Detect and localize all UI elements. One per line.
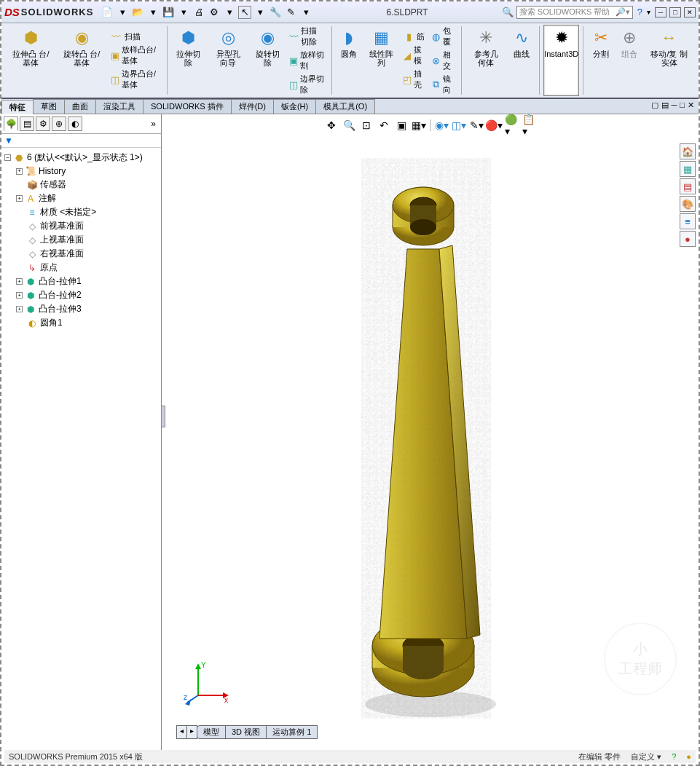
tree-item[interactable]: +⬢凸台-拉伸3 <box>3 302 160 316</box>
tab-surface[interactable]: 曲面 <box>64 99 96 114</box>
boundary-button[interactable]: ◫边界凸台/基体 <box>108 68 163 91</box>
dropdown-icon[interactable]: ▾ <box>146 6 160 19</box>
dropdown-icon[interactable]: ▾ <box>223 6 236 19</box>
zoom-area-icon[interactable]: ⊡ <box>360 119 373 132</box>
dropdown-icon[interactable]: ▾ <box>647 8 650 16</box>
tab-features[interactable]: 特征 <box>1 100 34 114</box>
minimize-button[interactable]: ─ <box>655 7 666 17</box>
mirror-button[interactable]: ⧉镜向 <box>429 73 457 96</box>
dropdown-icon[interactable]: ▾ <box>253 6 267 19</box>
view-palette-icon[interactable]: 🎨 <box>680 196 696 212</box>
dropdown-icon[interactable]: ▾ <box>299 6 312 19</box>
save-icon[interactable]: 💾 <box>162 6 175 19</box>
shell-button[interactable]: ◰抽壳 <box>400 68 428 91</box>
tab-render[interactable]: 渲染工具 <box>95 99 143 114</box>
scene-icon[interactable]: 🟢▾ <box>505 119 518 132</box>
tree-item[interactable]: ◇前视基准面 <box>3 219 160 233</box>
tab-mold[interactable]: 模具工具(O) <box>315 99 375 114</box>
extrude-boss-button[interactable]: ⬢拉伸凸 台/基体 <box>6 25 56 96</box>
panel-collapse-icon[interactable]: » <box>151 119 156 129</box>
tab-sheetmetal[interactable]: 钣金(H) <box>273 99 316 114</box>
tree-item[interactable]: +📜History <box>3 165 160 178</box>
viewport-multi-icon[interactable]: ▤ <box>661 100 669 112</box>
expand-icon[interactable]: + <box>16 292 23 299</box>
status-rebuild-icon[interactable]: ● <box>686 752 691 761</box>
instant3d-button[interactable]: ✹Instant3D <box>543 25 579 96</box>
doc-minimize-button[interactable]: ─ <box>672 100 677 112</box>
orient-icon[interactable]: ✥ <box>325 119 338 132</box>
design-library-icon[interactable]: ▦ <box>680 161 696 177</box>
print-icon[interactable]: 🖨 <box>192 6 205 19</box>
dropdown-icon[interactable]: ▾ <box>177 6 190 19</box>
view-settings-icon[interactable]: 📋▾ <box>522 119 535 132</box>
boundary-cut-button[interactable]: ◫边界切除 <box>286 73 327 96</box>
edit-appearance-icon[interactable]: ✎▾ <box>470 119 483 132</box>
search-input[interactable]: 搜索 SOLIDWORKS 帮助🔎▾ <box>516 6 633 19</box>
expand-icon[interactable]: + <box>16 278 23 285</box>
expand-icon[interactable]: + <box>16 195 23 202</box>
tree-item[interactable]: ◇上视基准面 <box>3 233 160 247</box>
3dview-tab[interactable]: 3D 视图 <box>225 725 267 739</box>
extrude-cut-button[interactable]: ⬢拉伸切 除 <box>170 25 206 96</box>
expand-icon[interactable]: + <box>16 306 23 312</box>
status-custom[interactable]: 自定义 ▾ <box>631 751 661 762</box>
curves-button[interactable]: ∿曲线 <box>508 25 535 96</box>
filter-icon[interactable]: ▼ <box>1 134 161 148</box>
status-help-icon[interactable]: ? <box>672 752 676 761</box>
tree-item[interactable]: +⬢凸台-拉伸1 <box>3 275 160 288</box>
prev-view-icon[interactable]: ↶ <box>377 119 390 132</box>
motion-study-tab[interactable]: 运动算例 1 <box>266 725 318 739</box>
zoom-fit-icon[interactable]: 🔍 <box>342 119 355 132</box>
split-button[interactable]: ✂分割 <box>587 25 615 96</box>
intersect-button[interactable]: ⊗相交 <box>429 49 457 72</box>
graphics-viewport[interactable]: ✥ 🔍 ⊡ ↶ ▣ ▦▾ ◉▾ ◫▾ ✎▾ 🔴▾ 🟢▾ 📋▾ 🏠 ▦ ▤ 🎨 ≡… <box>162 114 699 754</box>
revolve-boss-button[interactable]: ◉旋转凸 台/基体 <box>57 25 107 96</box>
loft-cut-button[interactable]: ▣放样切割 <box>286 49 327 72</box>
tab-weldments[interactable]: 焊件(D) <box>231 99 274 114</box>
new-doc-icon[interactable]: 📄 <box>101 6 114 19</box>
dropdown-icon[interactable]: ▾ <box>116 6 129 19</box>
appearances-icon[interactable]: ≡ <box>680 213 696 229</box>
tab-addins[interactable]: SOLIDWORKS 插件 <box>143 99 232 114</box>
section-icon[interactable]: ▣ <box>395 119 408 132</box>
tree-item[interactable]: +A注解 <box>3 192 160 205</box>
file-explorer-icon[interactable]: ▤ <box>680 178 696 194</box>
doc-maximize-button[interactable]: □ <box>680 100 685 112</box>
sketch-icon[interactable]: ✎ <box>284 6 297 19</box>
tab-scroll-right-icon[interactable]: ▸ <box>186 725 197 739</box>
linear-pattern-button[interactable]: ▦线性阵 列 <box>363 25 399 96</box>
expand-icon[interactable]: + <box>16 168 23 175</box>
config-tab[interactable]: ⚙ <box>36 117 50 131</box>
options-icon[interactable]: ⚙ <box>208 6 221 19</box>
viewport-single-icon[interactable]: ▢ <box>651 100 658 112</box>
custom-props-icon[interactable]: ● <box>680 231 696 247</box>
ref-geometry-button[interactable]: ✳参考几 何体 <box>465 25 508 96</box>
expand-icon[interactable]: − <box>4 154 11 161</box>
fillet-button[interactable]: ◗圆角 <box>335 25 363 96</box>
sweep-button[interactable]: 〰扫描 <box>108 30 163 43</box>
orientation-triad[interactable]: Y x z <box>184 659 235 710</box>
model-tab[interactable]: 模型 <box>197 725 226 739</box>
maximize-button[interactable]: □ <box>669 7 681 17</box>
dimxpert-tab[interactable]: ⊕ <box>52 117 66 131</box>
hole-wizard-button[interactable]: ◎异型孔 向导 <box>208 25 250 96</box>
property-tab[interactable]: ▤ <box>20 117 34 131</box>
tree-item[interactable]: ◐圆角1 <box>3 316 160 330</box>
tree-item[interactable]: ↳原点 <box>3 261 160 275</box>
splitter-handle[interactable] <box>161 406 165 427</box>
revolve-cut-button[interactable]: ◉旋转切 除 <box>250 25 286 96</box>
select-icon[interactable]: ↖ <box>238 6 251 19</box>
tree-item[interactable]: ≡材质 <未指定> <box>3 205 160 219</box>
tree-item[interactable]: +⬢凸台-拉伸2 <box>3 288 160 302</box>
home-icon[interactable]: 🏠 <box>680 143 696 159</box>
tree-item[interactable]: ◇右视基准面 <box>3 247 160 261</box>
close-button[interactable]: ✕ <box>684 7 696 17</box>
hide-show-icon[interactable]: ◉▾ <box>435 119 448 132</box>
tree-item[interactable]: 📦传感器 <box>3 178 160 192</box>
doc-close-button[interactable]: ✕ <box>688 100 694 112</box>
rebuild-icon[interactable]: 🔧 <box>269 6 282 19</box>
help-icon[interactable]: ? <box>637 7 642 17</box>
cube-icon[interactable]: ◫▾ <box>452 119 465 132</box>
tree-root[interactable]: −⬣6 (默认<<默认>_显示状态 1>) <box>3 151 160 165</box>
tab-scroll-left-icon[interactable]: ◂ <box>176 725 187 739</box>
